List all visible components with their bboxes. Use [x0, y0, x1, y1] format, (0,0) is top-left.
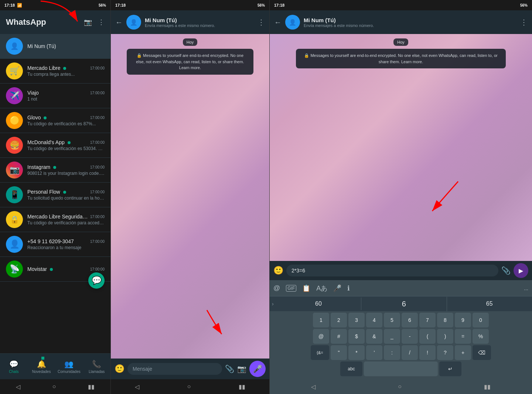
key-hash[interactable]: #	[331, 329, 347, 344]
kb-icon-clipboard[interactable]: 📋	[302, 284, 310, 292]
chat-item-movistar[interactable]: 📡 Movistar 17:00:00 💬	[0, 257, 110, 282]
tab-chats[interactable]: 💬 Chats	[0, 354, 28, 379]
chat-item-instagram[interactable]: 📷 Instagram 17:00:00 908012 is your Inst…	[0, 158, 110, 183]
status-time-middle: 17:18	[115, 3, 126, 7]
key-6[interactable]: 6	[402, 313, 418, 327]
input-area-right: 🙂 📎 ▶	[270, 261, 532, 280]
send-button-right[interactable]: ▶	[514, 263, 528, 278]
key-excl[interactable]: !	[419, 345, 436, 360]
suggestions-row: › 60 6 65	[270, 296, 532, 311]
chat-time: 17:00:00	[90, 190, 105, 194]
key-9[interactable]: 9	[455, 313, 471, 327]
battery-middle: 56%	[258, 3, 265, 7]
chat-item-phone[interactable]: 👤 +54 9 11 6209-3047 17:00:00 Reaccionar…	[0, 232, 110, 257]
back-button-nav-right[interactable]: ◁	[311, 383, 316, 390]
key-question[interactable]: ?	[437, 345, 453, 360]
key-dollar[interactable]: $	[348, 329, 365, 344]
chat-item-viajo[interactable]: ✈️ Viajo 17:00:00 1 not	[0, 84, 110, 108]
tab-comunidades[interactable]: 👥 Comunidades	[55, 354, 83, 379]
tab-llamadas[interactable]: 📞 Llamadas	[83, 354, 110, 379]
key-5[interactable]: 5	[384, 313, 400, 327]
key-open-paren[interactable]: (	[419, 329, 436, 344]
suggestion-65[interactable]: 65	[447, 298, 532, 310]
chat-item-mcdonalds[interactable]: 🍔 McDonald's App 17:00:00 Tu código de v…	[0, 133, 110, 158]
avatar-mi-num: 👤	[6, 38, 23, 55]
key-underscore[interactable]: _	[384, 329, 400, 344]
key-percent[interactable]: %	[473, 329, 489, 344]
key-backspace[interactable]: ⌫	[473, 345, 491, 360]
key-enter[interactable]: ↵	[439, 361, 461, 376]
camera-button-middle[interactable]: 📷	[237, 364, 246, 373]
emoji-button-middle[interactable]: 🙂	[115, 364, 125, 374]
chat-info: Viajo 17:00:00 1 not	[27, 90, 105, 102]
kb-icon-info[interactable]: ℹ	[347, 284, 350, 292]
chat-item-mi-num[interactable]: 👤 Mi Num (Tú)	[0, 34, 110, 59]
key-plus[interactable]: +	[455, 345, 471, 360]
encryption-notice-right: 🔒 Messages to yourself are end-to-end en…	[296, 49, 506, 68]
more-icon[interactable]: ⋮	[98, 18, 105, 26]
key-colon[interactable]: :	[384, 345, 400, 360]
more-icon-right[interactable]: ⋮	[520, 18, 528, 27]
suggestion-chevron[interactable]: ›	[270, 301, 276, 307]
key-star[interactable]: *	[348, 345, 365, 360]
recents-button-nav-right[interactable]: ▮▮	[484, 383, 491, 390]
key-8[interactable]: 8	[437, 313, 453, 327]
home-button-nav-middle[interactable]: ○	[187, 383, 191, 390]
key-at[interactable]: @	[313, 329, 329, 344]
key-space[interactable]	[364, 361, 438, 376]
camera-icon[interactable]: 📷	[84, 18, 92, 26]
back-button-left[interactable]: ◁	[16, 383, 20, 390]
kb-icon-voice[interactable]: 🎤	[333, 284, 341, 292]
attach-button-right[interactable]: 📎	[501, 266, 511, 275]
key-2[interactable]: 2	[331, 313, 347, 327]
key-dash[interactable]: -	[402, 329, 418, 344]
suggestion-60[interactable]: 60	[276, 298, 361, 310]
recents-button-left[interactable]: ▮▮	[88, 383, 95, 390]
home-button-left[interactable]: ○	[52, 383, 56, 390]
message-input-right[interactable]	[286, 265, 498, 276]
kb-icon-sticker[interactable]: @	[273, 284, 280, 292]
chat-name-row: Personal Flow 17:00:00	[27, 189, 105, 195]
contact-info-middle: Mi Num (Tú) Envía mensajes a este mismo …	[145, 17, 254, 28]
attach-button-middle[interactable]: 📎	[225, 364, 234, 373]
suggestion-6[interactable]: 6	[361, 297, 447, 311]
chat-item-personal-flow[interactable]: 📱 Personal Flow 17:00:00 Tu solicitud qu…	[0, 183, 110, 207]
message-input-middle[interactable]	[127, 363, 222, 375]
chat-list-panel: 17:18 📶 56% WhatsApp 📷 ⋮ 👤	[0, 0, 111, 394]
chat-item-ml-seguridad[interactable]: 🔒 Mercado Libre Seguridad 17:00:00 Tu có…	[0, 207, 110, 232]
key-1[interactable]: 1	[313, 313, 329, 327]
kb-icon-translate[interactable]: Aあ	[316, 284, 327, 293]
back-button-right[interactable]: ←	[274, 18, 282, 27]
key-3[interactable]: 3	[348, 313, 365, 327]
chat-name: +54 9 11 6209-3047	[27, 238, 74, 244]
key-amp[interactable]: &	[366, 329, 382, 344]
kb-icon-more[interactable]: ...	[524, 285, 528, 291]
chat-item-mercado-libre[interactable]: 🛒 Mercado Libre 17:00:00 Tu compra llega…	[0, 59, 110, 84]
key-abc[interactable]: abc	[340, 361, 362, 376]
key-7[interactable]: 7	[419, 313, 436, 327]
key-0[interactable]: 0	[473, 313, 489, 327]
mic-button-middle[interactable]: 🎤	[249, 361, 266, 377]
more-icon-middle[interactable]: ⋮	[258, 18, 265, 27]
contact-avatar-middle[interactable]: 👤	[126, 15, 141, 30]
key-special-toggle[interactable]: {&=	[311, 345, 329, 360]
kb-icon-gif[interactable]: GIF	[286, 285, 296, 292]
back-button-middle[interactable]: ←	[115, 18, 123, 27]
key-slash[interactable]: /	[402, 345, 418, 360]
input-area-middle: 🙂 📎 📷 🎤	[111, 359, 269, 379]
key-close-paren[interactable]: )	[437, 329, 453, 344]
tab-novedades[interactable]: 🔔 Novedades	[28, 354, 55, 379]
key-equals[interactable]: =	[455, 329, 471, 344]
recents-button-nav-middle[interactable]: ▮▮	[239, 383, 245, 390]
back-button-nav-middle[interactable]: ◁	[135, 383, 139, 390]
key-4[interactable]: 4	[366, 313, 382, 327]
key-quote[interactable]: "	[331, 345, 347, 360]
chat-name-row: McDonald's App 17:00:00	[27, 139, 105, 145]
chat-info: Glovo 17:00:00 Tu código de verificación…	[27, 115, 105, 126]
emoji-button-right[interactable]: 🙂	[273, 266, 283, 275]
home-button-nav-right[interactable]: ○	[398, 383, 402, 390]
contact-avatar-right[interactable]: 👤	[285, 15, 300, 30]
key-apostrophe[interactable]: '	[366, 345, 382, 360]
fab-button[interactable]: 💬	[88, 272, 105, 289]
chat-item-glovo[interactable]: 🟡 Glovo 17:00:00 Tu código de verificaci…	[0, 108, 110, 133]
